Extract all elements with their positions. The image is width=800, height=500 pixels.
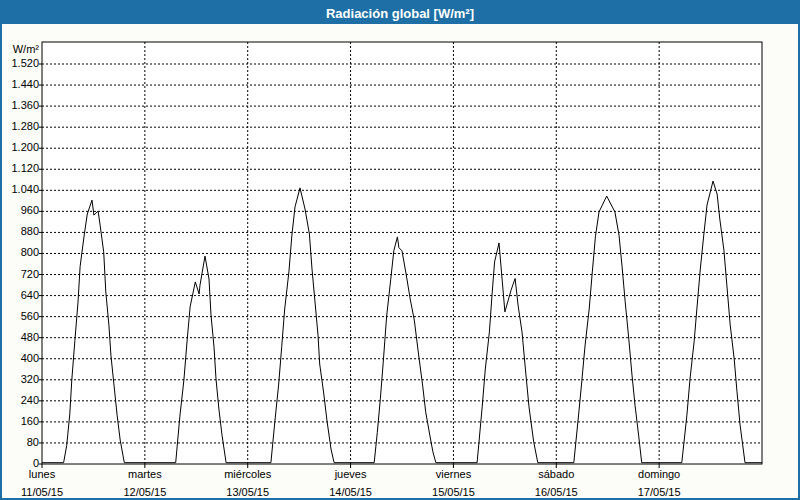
y-axis-tick-label: 640	[21, 289, 39, 302]
y-axis-unit-label: W/m²	[13, 43, 39, 56]
title-bar: Radiación global [W/m²]	[2, 2, 798, 24]
x-axis-day-label: sábado	[538, 468, 574, 481]
axis-labels-layer: W/m² 08016024032040048056064072080088096…	[2, 2, 800, 500]
x-axis-date-label: 14/05/15	[329, 486, 372, 499]
x-axis-date-label: 17/05/15	[638, 486, 681, 499]
y-axis-tick-label: 560	[21, 310, 39, 323]
y-axis-tick-label: 960	[21, 204, 39, 217]
y-axis-tick-label: 880	[21, 225, 39, 238]
x-axis-day-label: domingo	[638, 468, 680, 481]
y-axis-tick-label: 320	[21, 373, 39, 386]
y-axis-tick-label: 400	[21, 352, 39, 365]
y-axis-tick-label: 1.280	[11, 120, 39, 133]
x-axis-day-label: lunes	[29, 468, 55, 481]
y-axis-tick-label: 240	[21, 394, 39, 407]
x-axis-day-label: viernes	[436, 468, 471, 481]
y-axis-tick-label: 720	[21, 268, 39, 281]
y-axis-tick-label: 1.120	[11, 162, 39, 175]
y-axis-tick-label: 1.360	[11, 99, 39, 112]
y-axis-tick-label: 1.200	[11, 141, 39, 154]
x-axis-day-label: jueves	[335, 468, 367, 481]
x-axis-day-label: miércoles	[224, 468, 271, 481]
x-axis-day-label: martes	[128, 468, 162, 481]
y-axis-tick-label: 1.440	[11, 78, 39, 91]
y-axis-tick-label: 480	[21, 331, 39, 344]
y-axis-tick-label: 1.040	[11, 183, 39, 196]
x-axis-date-label: 16/05/15	[535, 486, 578, 499]
y-axis-tick-label: 1.520	[11, 57, 39, 70]
y-axis-tick-label: 160	[21, 415, 39, 428]
x-axis-date-label: 11/05/15	[21, 486, 63, 499]
x-axis-date-label: 13/05/15	[226, 486, 269, 499]
y-axis-tick-label: 800	[21, 246, 39, 259]
x-axis-date-label: 12/05/15	[123, 486, 166, 499]
chart-window: Radiación global [W/m²] W/m² 08016024032…	[0, 0, 800, 500]
chart-title: Radiación global [W/m²]	[326, 6, 474, 21]
y-axis-tick-label: 80	[27, 436, 39, 449]
x-axis-date-label: 15/05/15	[432, 486, 475, 499]
